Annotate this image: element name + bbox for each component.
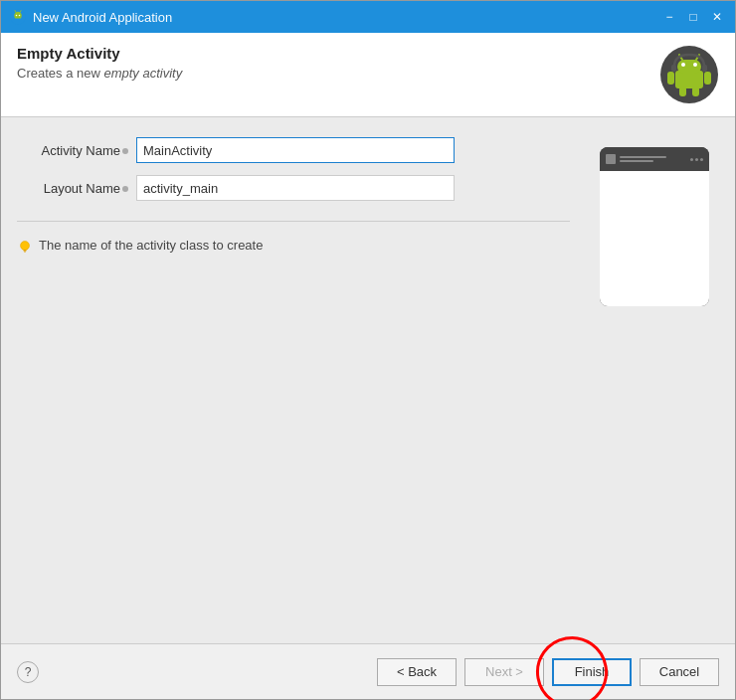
activity-name-input[interactable] <box>136 137 455 163</box>
subtitle-emphasis: empty activity <box>103 66 182 81</box>
finish-button[interactable]: Finish <box>552 658 632 686</box>
header-section: Empty Activity Creates a new empty activ… <box>1 33 735 117</box>
phone-line-1 <box>620 156 666 158</box>
dot-3 <box>700 158 703 161</box>
android-logo <box>659 45 719 104</box>
finish-label: Finish <box>575 664 610 679</box>
back-button[interactable]: < Back <box>377 658 457 686</box>
svg-point-18 <box>21 242 30 251</box>
phone-status-lines <box>620 156 686 162</box>
phone-mockup <box>600 147 709 306</box>
required-indicator-2 <box>122 186 128 192</box>
help-button[interactable]: ? <box>17 661 39 683</box>
header-text-block: Empty Activity Creates a new empty activ… <box>17 45 182 81</box>
next-label: Next > <box>485 664 523 679</box>
layout-name-row: Layout Name <box>17 175 570 201</box>
maximize-button[interactable]: □ <box>683 8 703 26</box>
dot-1 <box>690 158 693 161</box>
footer-section: ? < Back Next > Finish Cancel <box>1 643 735 699</box>
dialog-window: New Android Application − □ ✕ Empty Acti… <box>0 0 736 700</box>
phone-menu-dots <box>690 158 703 161</box>
svg-rect-17 <box>702 65 707 72</box>
app-icon <box>9 8 27 26</box>
info-text: The name of the activity class to create <box>39 238 263 253</box>
divider <box>17 221 570 222</box>
subtitle-prefix: Creates a new <box>17 66 103 81</box>
svg-point-9 <box>693 63 697 67</box>
cancel-button[interactable]: Cancel <box>640 658 719 686</box>
required-indicator <box>122 148 128 154</box>
close-button[interactable]: ✕ <box>707 8 727 26</box>
svg-point-1 <box>16 15 18 17</box>
title-bar-controls: − □ ✕ <box>659 8 727 26</box>
svg-rect-14 <box>679 87 686 96</box>
svg-point-8 <box>681 63 685 67</box>
layout-name-input[interactable] <box>136 175 455 201</box>
header-title: Empty Activity <box>17 45 182 62</box>
main-section: Activity Name Layout Name <box>1 117 735 401</box>
svg-rect-20 <box>24 252 26 253</box>
back-label: < Back <box>397 664 437 679</box>
title-bar-text: New Android Application <box>33 10 659 25</box>
title-bar: New Android Application − □ ✕ <box>1 1 735 33</box>
footer-right: < Back Next > Finish Cancel <box>377 658 719 686</box>
info-section: The name of the activity class to create <box>17 234 570 259</box>
header-subtitle: Creates a new empty activity <box>17 66 182 81</box>
minimize-button[interactable]: − <box>659 8 679 26</box>
activity-name-row: Activity Name <box>17 137 570 163</box>
svg-rect-13 <box>704 72 711 85</box>
phone-preview <box>590 137 719 381</box>
phone-screen <box>600 171 709 306</box>
phone-status-indicator <box>606 154 616 164</box>
svg-point-2 <box>19 15 21 17</box>
phone-status-bar <box>600 147 709 171</box>
form-area: Activity Name Layout Name <box>17 137 570 381</box>
spacer <box>1 401 735 644</box>
svg-rect-12 <box>667 72 674 85</box>
svg-rect-7 <box>677 60 701 74</box>
footer-left: ? <box>17 661 39 683</box>
dot-2 <box>695 158 698 161</box>
finish-wrapper: Finish <box>552 658 632 686</box>
svg-rect-16 <box>671 65 676 72</box>
main-body: Activity Name Layout Name <box>1 117 735 699</box>
lightbulb-icon <box>17 239 33 255</box>
cancel-label: Cancel <box>659 664 699 679</box>
next-button[interactable]: Next > <box>464 658 544 686</box>
phone-line-2 <box>620 160 653 162</box>
layout-name-label: Layout Name <box>17 181 136 196</box>
activity-name-label: Activity Name <box>17 143 136 158</box>
svg-rect-15 <box>692 87 699 96</box>
svg-rect-19 <box>24 250 27 252</box>
